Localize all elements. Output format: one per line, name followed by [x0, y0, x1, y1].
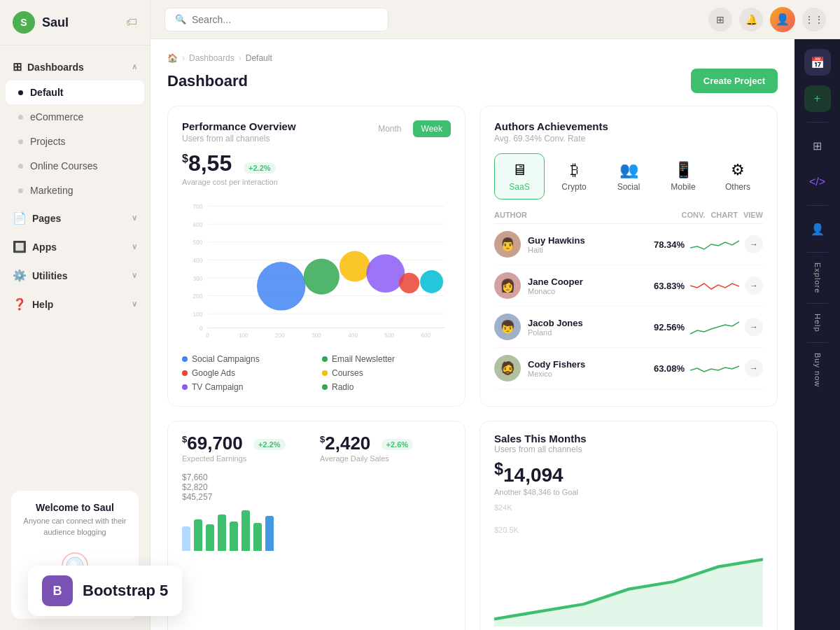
sidebar-item-dashboards[interactable]: ⊞ Dashboards ∧: [0, 54, 150, 80]
others-label: Others: [725, 182, 750, 192]
expected-earnings-label: Expected Earnings: [182, 454, 313, 463]
dashboards-chevron-icon: ∧: [132, 62, 137, 71]
sidebar-nav: ⊞ Dashboards ∧ Default eCommerce Project…: [0, 46, 150, 479]
tab-crypto[interactable]: ₿ Crypto: [549, 153, 599, 200]
tab-others[interactable]: ⚙ Others: [713, 153, 763, 200]
user-avatar[interactable]: 👤: [770, 7, 795, 32]
rp-code-icon[interactable]: </>: [804, 169, 831, 195]
sidebar-item-help[interactable]: ❓ Help ∨: [0, 291, 150, 317]
sidebar-item-ecommerce[interactable]: eCommerce: [6, 105, 144, 129]
nav-projects-label: Projects: [30, 136, 66, 147]
rp-grid-icon[interactable]: ⊞: [804, 132, 831, 159]
conv-jacob: 92.56%: [654, 322, 685, 332]
sidebar-item-default[interactable]: Default: [6, 80, 144, 104]
rp-person-icon[interactable]: 👤: [804, 216, 831, 242]
author-location-guy: Haiti: [528, 246, 585, 254]
view-btn-jacob[interactable]: →: [745, 318, 763, 336]
sidebar-item-pages[interactable]: 📄 Pages ∨: [0, 205, 150, 231]
tab-social[interactable]: 👥 Social: [603, 153, 654, 200]
svg-text:100: 100: [193, 312, 203, 318]
author-info-guy: 👨 Guy Hawkins Haiti: [494, 231, 648, 258]
tab-week[interactable]: Week: [413, 120, 451, 137]
conv-jane: 63.83%: [654, 281, 685, 291]
header-grid-icon[interactable]: ⊞: [708, 8, 732, 31]
sales-chart: [494, 537, 763, 626]
header-bell-icon[interactable]: 🔔: [739, 8, 763, 31]
svg-text:400: 400: [193, 258, 203, 264]
sidebar-item-online-courses[interactable]: Online Courses: [6, 154, 144, 178]
sidebar-header: S Saul 🏷: [0, 0, 150, 46]
nav-dot-ecommerce: [18, 115, 23, 120]
bar-4: [218, 514, 226, 551]
legend-label-google: Google Ads: [192, 368, 235, 378]
bar-7: [253, 523, 262, 551]
crypto-label: Crypto: [561, 182, 586, 192]
author-details-guy: Guy Hawkins Haiti: [528, 235, 585, 254]
header: 🔍 ⊞ 🔔 👤 ⋮⋮: [150, 0, 840, 39]
sidebar-item-apps[interactable]: 🔲 Apps ∨: [0, 234, 150, 260]
svg-text:200: 200: [275, 332, 285, 339]
rp-explore-label[interactable]: Explore: [813, 262, 822, 293]
y-label-205k: $20.5K: [494, 526, 763, 534]
sidebar-item-utilities[interactable]: ⚙️ Utilities ∨: [0, 262, 150, 288]
svg-text:200: 200: [193, 293, 203, 300]
mobile-label: Mobile: [671, 182, 695, 192]
svg-point-36: [340, 251, 370, 282]
svg-point-34: [257, 262, 305, 310]
nav-dashboards-label: Dashboards: [27, 62, 84, 73]
view-btn-jane[interactable]: →: [745, 276, 763, 295]
header-more-icon[interactable]: ⋮⋮: [802, 8, 826, 31]
author-row: 👨 Guy Hawkins Haiti 78.34% →: [494, 224, 763, 265]
welcome-title: Welcome to Saul: [22, 502, 127, 513]
author-row: 👩 Jane Cooper Monaco 63.83% →: [494, 265, 763, 307]
apps-chevron-icon: ∨: [132, 242, 137, 251]
svg-point-37: [366, 254, 405, 293]
create-project-button[interactable]: Create Project: [691, 69, 778, 93]
performance-title: Performance Overview: [182, 120, 296, 132]
sidebar-item-marketing[interactable]: Marketing: [6, 178, 144, 202]
view-btn-cody[interactable]: →: [745, 359, 763, 377]
breadcrumb-home-icon[interactable]: 🏠: [167, 53, 178, 63]
bar-5: [230, 522, 238, 551]
sidebar-item-projects[interactable]: Projects: [6, 130, 144, 153]
rp-help-label[interactable]: Help: [813, 314, 822, 332]
chart-svg: 700 600 500 400 300 200 100 0 0 100 200: [182, 193, 451, 347]
nav-online-courses-label: Online Courses: [30, 160, 98, 172]
bar-3: [206, 524, 214, 551]
rp-calendar-icon[interactable]: 📅: [804, 49, 831, 76]
tab-mobile[interactable]: 📱 Mobile: [658, 153, 708, 200]
earnings-card: $69,700 +2.2% Expected Earnings $2,420 +…: [167, 421, 465, 630]
conv-cody: 63.08%: [654, 363, 685, 374]
performance-metric: $8,55 +2.2% Avarage cost per interaction: [182, 150, 451, 186]
app-brand: Saul: [42, 15, 69, 30]
nav-group-apps: 🔲 Apps ∨: [0, 234, 150, 260]
sales-title: Sales This Months: [494, 433, 763, 444]
tab-saas[interactable]: 🖥 SaaS: [494, 153, 545, 200]
svg-text:300: 300: [193, 276, 203, 282]
sparkline-jane: [690, 275, 739, 296]
sidebar-toggle-icon[interactable]: 🏷: [126, 16, 137, 29]
author-row: 👦 Jacob Jones Poland 92.56% →: [494, 307, 763, 348]
rp-buy-label[interactable]: Buy now: [813, 353, 822, 387]
nav-apps-label: Apps: [32, 241, 57, 253]
view-btn-guy[interactable]: →: [745, 235, 763, 253]
nav-group-help: ❓ Help ∨: [0, 291, 150, 317]
legend-label-radio: Radio: [332, 382, 354, 392]
svg-text:0: 0: [200, 326, 203, 332]
pages-chevron-icon: ∨: [132, 214, 137, 223]
tab-month[interactable]: Month: [370, 120, 410, 137]
social-label: Social: [617, 182, 640, 192]
svg-text:100: 100: [239, 332, 248, 339]
author-details-jacob: Jacob Jones Poland: [528, 318, 583, 337]
search-bar[interactable]: 🔍: [164, 8, 388, 31]
legend-email-newsletter: Email Newsletter: [322, 354, 451, 364]
col-chart: CHART: [710, 211, 738, 219]
rp-add-icon[interactable]: +: [804, 85, 831, 112]
nav-dot-online-courses: [18, 164, 23, 169]
author-avatar-cody: 🧔: [494, 355, 521, 382]
bar-8: [265, 516, 274, 551]
breadcrumb-dashboards[interactable]: Dashboards: [189, 53, 234, 63]
utilities-chevron-icon: ∨: [132, 271, 137, 280]
others-icon: ⚙: [731, 161, 745, 179]
search-input[interactable]: [192, 14, 378, 25]
